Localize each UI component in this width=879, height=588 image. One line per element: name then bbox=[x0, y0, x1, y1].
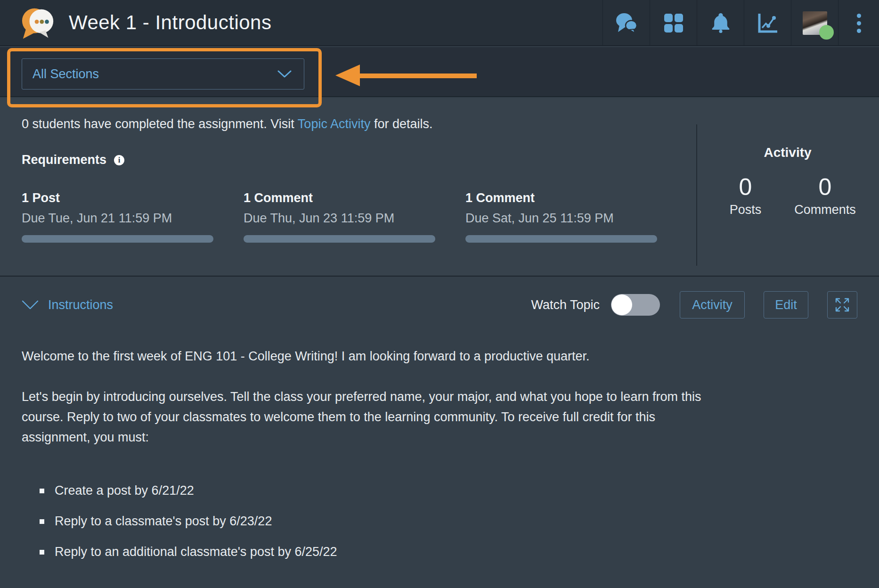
requirement-item: 1 Comment Due Sat, Jun 25 11:59 PM bbox=[465, 191, 657, 243]
requirement-due-date: Due Sat, Jun 25 11:59 PM bbox=[465, 211, 657, 226]
annotation-arrow bbox=[359, 74, 477, 78]
section-filter-dropdown[interactable]: All Sections bbox=[22, 58, 304, 90]
expand-button[interactable] bbox=[827, 291, 857, 318]
activity-panel-heading: Activity bbox=[696, 145, 879, 160]
requirement-due-date: Due Tue, Jun 21 11:59 PM bbox=[22, 211, 213, 226]
user-avatar[interactable] bbox=[791, 0, 838, 46]
status-text-suffix: for details. bbox=[370, 117, 432, 131]
section-filter-value: All Sections bbox=[33, 67, 99, 82]
watch-topic-toggle[interactable] bbox=[611, 294, 660, 316]
chat-icon[interactable] bbox=[602, 0, 650, 46]
edit-button[interactable]: Edit bbox=[764, 291, 808, 318]
requirement-title: 1 Comment bbox=[465, 191, 657, 205]
requirements-heading: Requirements bbox=[22, 153, 106, 167]
list-item-text: Reply to a classmate's post by 6/23/22 bbox=[55, 511, 272, 531]
page-title: Week 1 - Introductions bbox=[69, 11, 271, 34]
bullet-square-icon bbox=[40, 489, 44, 493]
posts-label: Posts bbox=[706, 203, 785, 217]
app-header: Week 1 - Introductions bbox=[0, 0, 879, 46]
info-icon[interactable]: i bbox=[114, 155, 124, 165]
toggle-knob bbox=[611, 294, 632, 315]
comments-label: Comments bbox=[785, 203, 865, 217]
activity-panel: Activity 0 Posts 0 Comments bbox=[696, 98, 879, 276]
requirement-title: 1 Comment bbox=[244, 191, 435, 205]
comments-count: 0 bbox=[785, 173, 865, 201]
annotation-arrow-head bbox=[335, 65, 360, 86]
requirement-progress-bar bbox=[244, 235, 435, 243]
apps-grid-icon[interactable] bbox=[650, 0, 697, 46]
chevron-down-icon bbox=[22, 300, 39, 310]
posts-count: 0 bbox=[706, 173, 785, 201]
requirement-item: 1 Post Due Tue, Jun 21 11:59 PM bbox=[22, 191, 213, 243]
overflow-menu-icon[interactable] bbox=[838, 0, 879, 46]
topic-requirements-list: Create a post by 6/21/22 Reply to a clas… bbox=[22, 481, 857, 562]
header-icon-bar bbox=[602, 0, 879, 46]
section-filter-band: All Sections bbox=[0, 47, 879, 97]
requirement-title: 1 Post bbox=[22, 191, 213, 205]
notifications-bell-icon[interactable] bbox=[697, 0, 744, 46]
requirement-progress-bar bbox=[465, 235, 657, 243]
discussion-topic-page: Week 1 - Introductions bbox=[0, 0, 879, 588]
topic-activity-link[interactable]: Topic Activity bbox=[298, 117, 371, 131]
posts-stat: 0 Posts bbox=[706, 173, 785, 217]
expand-arrows-icon bbox=[833, 295, 852, 314]
instructions-label: Instructions bbox=[48, 298, 113, 312]
online-status-dot bbox=[819, 25, 834, 40]
topic-toolbar: Instructions Watch Topic Activity Edit bbox=[22, 290, 857, 320]
discussions-logo-icon bbox=[20, 4, 57, 41]
bullet-square-icon bbox=[40, 519, 44, 524]
requirements-list: 1 Post Due Tue, Jun 21 11:59 PM 1 Commen… bbox=[22, 191, 681, 243]
watch-topic-label: Watch Topic bbox=[531, 298, 600, 312]
requirement-due-date: Due Thu, Jun 23 11:59 PM bbox=[244, 211, 435, 226]
instructions-collapse-toggle[interactable]: Instructions bbox=[22, 298, 113, 312]
list-item-text: Reply to an additional classmate's post … bbox=[55, 542, 337, 562]
requirement-progress-bar bbox=[22, 235, 213, 243]
completion-status-line: 0 students have completed the assignment… bbox=[22, 117, 681, 131]
topic-paragraph: Welcome to the first week of ENG 101 - C… bbox=[22, 346, 857, 367]
list-item: Reply to a classmate's post by 6/23/22 bbox=[22, 511, 857, 531]
list-item: Create a post by 6/21/22 bbox=[22, 481, 857, 501]
panel-divider bbox=[696, 124, 697, 266]
chevron-down-icon bbox=[277, 70, 292, 78]
bullet-square-icon bbox=[40, 550, 44, 555]
list-item: Reply to an additional classmate's post … bbox=[22, 542, 857, 562]
activity-button[interactable]: Activity bbox=[680, 291, 745, 318]
status-text-prefix: 0 students have completed the assignment… bbox=[22, 117, 298, 131]
assignment-summary-band: 0 students have completed the assignment… bbox=[0, 98, 879, 276]
analytics-chart-icon[interactable] bbox=[744, 0, 791, 46]
list-item-text: Create a post by 6/21/22 bbox=[55, 481, 194, 501]
topic-paragraph: Let's begin by introducing ourselves. Te… bbox=[22, 387, 709, 448]
requirement-item: 1 Comment Due Thu, Jun 23 11:59 PM bbox=[244, 191, 435, 243]
topic-body-band: Instructions Watch Topic Activity Edit bbox=[0, 276, 879, 588]
comments-stat: 0 Comments bbox=[785, 173, 865, 217]
